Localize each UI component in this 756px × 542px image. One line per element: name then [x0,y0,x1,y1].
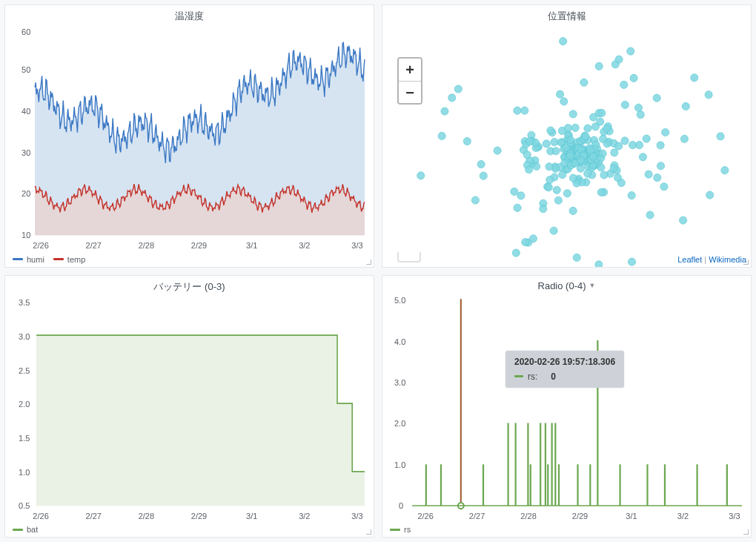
svg-point-242 [630,74,637,82]
panel-title[interactable]: Radio (0-4) ▼ [382,276,751,293]
svg-point-264 [620,81,628,88]
legend-item-humi[interactable]: humi [13,255,44,264]
svg-text:2/29: 2/29 [191,512,207,520]
svg-point-86 [569,110,577,118]
chart-radio[interactable]: 01.0 2.03.0 4.05.0 2/262/272/282/293/13/… [388,293,745,521]
resize-handle[interactable] [743,259,750,266]
resize-handle[interactable] [743,529,750,536]
legend-swatch [13,258,23,260]
svg-point-270 [580,79,588,86]
svg-point-254 [517,192,525,199]
svg-point-255 [522,239,529,246]
svg-point-244 [662,128,669,136]
svg-point-194 [599,150,606,157]
svg-point-246 [643,135,650,142]
svg-point-239 [654,174,661,182]
svg-text:2.0: 2.0 [394,419,405,428]
svg-point-151 [603,140,611,148]
svg-point-104 [617,179,625,186]
legend-item-bat[interactable]: bat [13,525,38,534]
svg-point-234 [463,137,471,145]
svg-text:2.0: 2.0 [19,400,30,409]
svg-point-261 [529,235,537,242]
svg-point-233 [657,162,664,170]
svg-point-141 [551,138,558,145]
leaflet-link[interactable]: Leaflet [677,255,702,264]
zoom-out-button[interactable]: − [399,81,421,103]
svg-point-203 [584,170,591,177]
legend-item-rs[interactable]: rs [390,525,411,534]
svg-text:2/28: 2/28 [139,512,154,520]
legend-swatch [390,529,400,531]
legend-item-temp[interactable]: temp [53,255,85,264]
panel-battery: バッテリー (0-3) 0.51.0 1.52.0 2.53.0 3.5 2/2… [4,275,374,538]
svg-text:0.5: 0.5 [19,501,30,510]
svg-point-142 [597,164,605,171]
svg-point-245 [657,142,664,149]
svg-point-219 [448,94,456,102]
legend-label: temp [67,255,85,264]
wikimedia-link[interactable]: Wikimedia [709,255,746,264]
legend: humi temp [5,252,374,267]
resize-handle[interactable] [365,529,373,536]
svg-text:10: 10 [21,231,30,239]
panel-title-text: Radio (0-4) [538,280,586,291]
svg-point-220 [540,205,547,212]
tooltip-series-swatch [514,375,523,377]
svg-text:3/3: 3/3 [729,512,740,520]
panel-title[interactable]: 位置情報 [382,5,751,24]
svg-point-201 [559,171,566,179]
svg-point-217 [721,167,729,174]
svg-point-209 [577,156,584,164]
svg-point-143 [591,123,599,130]
svg-point-251 [653,94,660,102]
zoom-control: + − [397,57,422,105]
tooltip-time: 2020-02-26 19:57:18.306 [514,357,615,367]
panel-title[interactable]: 温湿度 [5,5,374,24]
svg-text:2/29: 2/29 [572,512,588,520]
svg-point-272 [573,254,580,261]
svg-point-253 [637,111,644,119]
svg-point-211 [603,125,611,132]
svg-point-222 [477,160,485,168]
svg-point-259 [521,107,528,114]
legend-swatch [13,529,23,531]
svg-text:0: 0 [399,500,403,509]
resize-handle[interactable] [365,259,373,266]
chart-battery[interactable]: 0.51.0 1.52.0 2.53.0 3.5 2/262/272/282/2… [11,295,368,521]
svg-point-208 [546,176,554,184]
legend-label: bat [27,525,38,534]
panel-radio: Radio (0-4) ▼ 01.0 2.03.0 4.05.0 2/262/2… [382,275,752,538]
svg-point-87 [552,148,560,155]
svg-point-103 [611,149,618,156]
svg-point-204 [558,127,566,134]
map-canvas[interactable]: + − Leaflet | Wikimedia [382,24,751,267]
svg-text:2/27: 2/27 [469,512,485,520]
panel-temp-humi: 温湿度 1020 3040 5060 2/262/272/282/293/13/… [4,4,374,268]
svg-point-240 [628,258,635,265]
zoom-in-button[interactable]: + [399,59,421,81]
svg-point-195 [526,138,534,145]
chart-temp-humi[interactable]: 1020 3040 5060 2/262/272/282/293/13/23/3 [11,24,368,251]
svg-point-181 [569,174,577,182]
svg-point-236 [705,91,712,99]
svg-point-156 [571,124,579,131]
svg-point-110 [546,163,553,171]
svg-point-252 [680,217,687,224]
svg-point-180 [563,190,571,197]
svg-text:40: 40 [21,107,30,116]
svg-text:3/3: 3/3 [351,241,362,250]
svg-point-192 [615,142,623,150]
svg-point-231 [595,261,603,267]
svg-point-146 [635,142,643,149]
panel-location: 位置情報 + − Leaflet | Wikimedia [382,4,752,268]
svg-point-268 [634,104,642,111]
svg-point-256 [494,147,501,154]
panel-title[interactable]: バッテリー (0-3) [5,276,374,295]
svg-text:3/1: 3/1 [246,512,257,520]
svg-point-267 [598,109,606,116]
svg-point-263 [454,85,462,93]
svg-text:2.5: 2.5 [19,366,30,374]
svg-point-221 [560,38,567,45]
svg-point-243 [560,98,568,105]
